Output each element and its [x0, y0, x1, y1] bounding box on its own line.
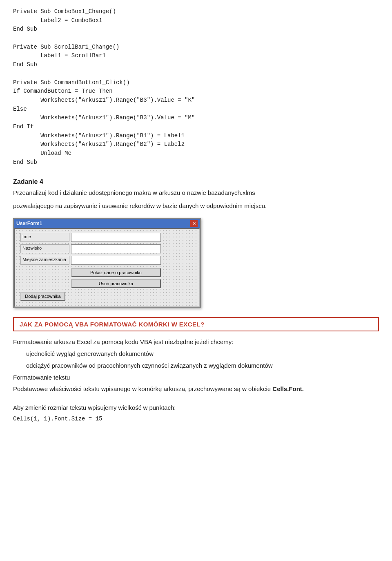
final-heading: Aby zmienić rozmiar tekstu wpisujemy wie… [13, 403, 379, 413]
dodaj-button[interactable]: Dodaj pracownika [20, 292, 65, 301]
userform-title: UserForm1 [16, 221, 42, 226]
body-para-3: odciążyć pracowników od pracochłonnych c… [26, 361, 379, 371]
userform-body: Imie Nazwisko Miejsce zamieszkania Pokaż… [14, 228, 200, 307]
body-para-4: Formatowanie tekstu [13, 373, 379, 383]
uf-btn-group: Pokaż dane o pracowniku Usuń pracownika [71, 268, 194, 290]
userform-window: UserForm1 ✕ Imie Nazwisko Miejsce zamies… [13, 218, 201, 308]
section-banner: JAK ZA POMOCĄ VBA FORMATOWAĆ KOMÓRKI W E… [13, 317, 379, 331]
body-para-1: Formatowanie arkusza Excel za pomocą kod… [13, 337, 379, 347]
uf-nazwisko-label: Nazwisko [20, 244, 69, 253]
zadanie4-text2: pozwalającego na zapisywanie i usuwanie … [13, 201, 379, 211]
final-code: Cells(1, 1).Font.Size = 15 [13, 415, 379, 424]
pokaz-button[interactable]: Pokaż dane o pracowniku [71, 268, 161, 277]
zadanie4-text1: Przeanalizuj kod i działanie udostępnion… [13, 188, 379, 198]
uf-imie-label: Imie [20, 233, 69, 242]
body-para-5: Podstawowe właściwości tekstu wpisanego … [13, 384, 379, 394]
uf-nazwisko-row: Nazwisko [20, 244, 194, 253]
uf-bottom-row: Dodaj pracownika [20, 292, 194, 301]
uf-nazwisko-input[interactable] [71, 244, 161, 253]
cells-font-bold: Cells.Font. [272, 385, 304, 392]
userform-titlebar: UserForm1 ✕ [14, 219, 200, 228]
zadanie4-section: Zadanie 4 Przeanalizuj kod i działanie u… [13, 178, 379, 211]
body-para-2: ujednolicić wygląd generowanych dokument… [26, 349, 379, 359]
userform-container: UserForm1 ✕ Imie Nazwisko Miejsce zamies… [13, 218, 379, 308]
zadanie4-heading: Zadanie 4 [13, 178, 379, 186]
usun-button[interactable]: Usuń pracownika [71, 279, 161, 288]
code-block-1: Private Sub ComboBox1_Change() Label2 = … [13, 7, 379, 167]
uf-miejsce-input[interactable] [71, 256, 161, 265]
body-text-section: Formatowanie arkusza Excel za pomocą kod… [13, 337, 379, 423]
uf-miejsce-row: Miejsce zamieszkania [20, 256, 194, 265]
uf-imie-input[interactable] [71, 233, 161, 242]
userform-close-button[interactable]: ✕ [190, 220, 198, 227]
uf-miejsce-label: Miejsce zamieszkania [20, 256, 69, 265]
uf-imie-row: Imie [20, 233, 194, 242]
